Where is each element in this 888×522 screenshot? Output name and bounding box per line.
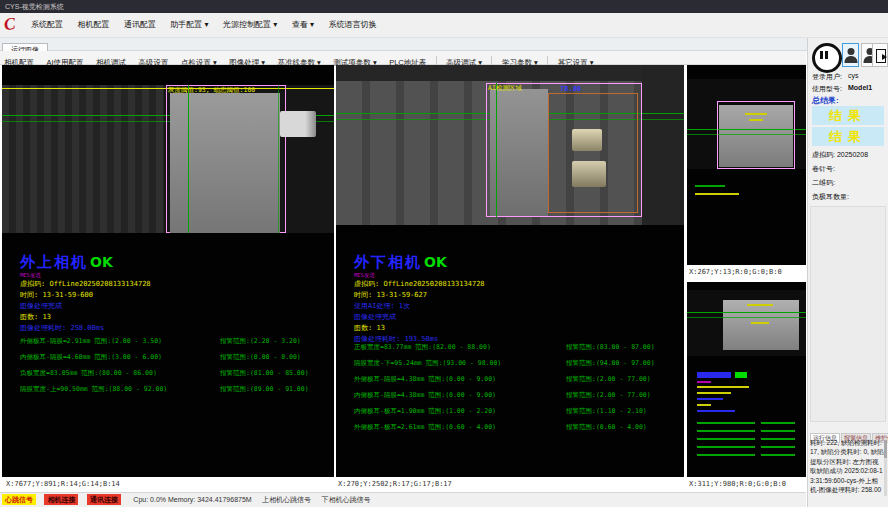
mini-annotation bbox=[697, 392, 731, 394]
exit-door-icon bbox=[876, 49, 886, 63]
toolbar: 相机配置 AI使用配置 相机调试 高级设置 点检设置 ▾ 图像处理 ▾ 基准线参… bbox=[0, 51, 806, 65]
mini-annotation bbox=[697, 372, 731, 378]
bright-tab bbox=[572, 129, 602, 151]
mini-annotation bbox=[697, 398, 723, 400]
anode-tab-count-field: 负极耳数量: bbox=[812, 192, 849, 202]
camera-view-small-bottom[interactable] bbox=[687, 282, 806, 477]
pixel-readout-small-top: X:267;Y:13;R:0;G:0;B:0 bbox=[689, 268, 782, 276]
toolbar-divider bbox=[547, 56, 548, 65]
mes-status: MES发送 bbox=[354, 272, 680, 279]
mini-annotation bbox=[747, 304, 773, 306]
camera-view-lower-outer[interactable]: AI检测区域 78.80 外下相机OK MES发送 虚拟码: OffLine20… bbox=[336, 65, 684, 477]
needle-number-field: 卷针号: bbox=[812, 164, 835, 174]
lower-camera-heartbeat: 下相机心跳信号 bbox=[322, 493, 371, 506]
app-logo-icon bbox=[3, 13, 26, 38]
bright-tab bbox=[572, 161, 606, 187]
camera-title-line: 外下相机OK bbox=[354, 253, 680, 272]
total-result-label: 总结果: bbox=[812, 95, 839, 106]
camera-image-small-bottom bbox=[687, 290, 806, 356]
timestamp: 时间: 13-31-59-627 bbox=[354, 290, 680, 301]
menu-system-config[interactable]: 系统配置 bbox=[26, 13, 68, 37]
camera-connect-badge: 相机连接 bbox=[44, 494, 78, 505]
mini-annotation bbox=[697, 410, 735, 412]
model-label: 使用型号: bbox=[812, 84, 842, 94]
menu-camera-config[interactable]: 相机配置 bbox=[72, 13, 114, 37]
measure-line bbox=[687, 312, 806, 313]
camera-image-middle: AI检测区域 78.80 bbox=[336, 65, 684, 225]
toolbar-divider bbox=[436, 56, 437, 65]
menu-light-config[interactable]: 光源控制配置 ▾ bbox=[218, 13, 282, 37]
process-done: 图像处理完成 bbox=[354, 312, 680, 323]
measure-line bbox=[687, 317, 806, 318]
timestamp: 时间: 13-31-59-600 bbox=[20, 290, 332, 301]
mini-annotation bbox=[697, 438, 755, 440]
exit-button[interactable] bbox=[872, 43, 888, 67]
mini-annotation bbox=[695, 185, 725, 187]
mini-annotation bbox=[761, 430, 795, 432]
threshold-label: 灰度阈值:93, 动态阈值:100 bbox=[168, 86, 255, 95]
mini-annotation bbox=[761, 446, 795, 448]
menu-items: 系统配置 相机配置 通讯配置 助手配置 ▾ 光源控制配置 ▾ 查看 ▾ 系统语言… bbox=[26, 13, 381, 37]
edge-line bbox=[188, 85, 189, 233]
pixel-readout-middle: X:270;Y:2502;R:17;G:17;B:17 bbox=[338, 480, 452, 488]
menu-view[interactable]: 查看 ▾ bbox=[287, 13, 319, 37]
virtual-code: 虚拟码: OffLine20250208133134728 bbox=[354, 279, 680, 290]
mes-status: MES发送 bbox=[20, 272, 332, 279]
tab-row: 运行图像 bbox=[0, 38, 888, 51]
ai-region-label: AI检测区域 bbox=[488, 84, 522, 93]
log-scrollbar[interactable] bbox=[884, 438, 887, 496]
mini-annotation bbox=[697, 454, 755, 456]
ai-usage: 使用AI处理: 1次 bbox=[354, 301, 680, 312]
edge-line bbox=[278, 85, 279, 233]
camera-view-upper-outer[interactable]: 灰度阈值:93, 动态阈值:100 外上相机OK MES发送 虚拟码: OffL… bbox=[2, 65, 334, 477]
camera-title: 外下相机 bbox=[354, 253, 422, 271]
roi-rect bbox=[717, 101, 795, 169]
camera-image-left: 灰度阈值:93, 动态阈值:100 bbox=[2, 85, 334, 233]
mini-annotation bbox=[697, 404, 711, 406]
camera-image-small-top bbox=[687, 79, 806, 169]
toolbar-divider bbox=[491, 56, 492, 65]
machinery-texture bbox=[2, 85, 164, 233]
log-tabs: 运行信息报警信息维护信息 bbox=[810, 426, 888, 436]
mini-annotation bbox=[735, 372, 747, 378]
login-user-label: 登录用户: bbox=[812, 72, 842, 82]
mini-annotation bbox=[751, 322, 769, 324]
pixel-readout-left: X:7677;Y:891;R:14;G:14;B:14 bbox=[6, 480, 120, 488]
result-text-block: 外上相机OK MES发送 虚拟码: OffLine202502081331347… bbox=[20, 253, 332, 334]
ok-status: OK bbox=[90, 254, 113, 270]
mini-result-text-block bbox=[697, 372, 801, 472]
mini-annotation bbox=[761, 438, 795, 440]
menu-comm-config[interactable]: 通讯配置 bbox=[119, 13, 161, 37]
mini-annotation bbox=[761, 454, 795, 456]
log-text[interactable]: 耗时: 222, 缺陷检测耗时: 17, 缺陷分类耗时: 0, 缺陷提取分区耗时… bbox=[810, 438, 884, 496]
machinery-shadow bbox=[642, 65, 684, 225]
mini-annotation bbox=[697, 446, 755, 448]
info-panel-spacer bbox=[810, 206, 886, 422]
ok-status: OK bbox=[424, 254, 447, 270]
comm-connect-badge: 通讯连接 bbox=[87, 494, 121, 505]
mini-annotation bbox=[697, 430, 755, 432]
status-bar: 心跳信号 相机连接 通讯连接 Cpu: 0.0% Memory: 3424.41… bbox=[0, 492, 806, 507]
heartbeat-status-badge: 心跳信号 bbox=[2, 494, 36, 505]
mini-annotation bbox=[745, 113, 767, 115]
mini-annotation bbox=[761, 422, 795, 424]
camera-view-small-top[interactable] bbox=[687, 65, 806, 265]
mini-annotation bbox=[697, 422, 755, 424]
mini-annotation bbox=[695, 193, 739, 195]
edge-line bbox=[496, 83, 497, 217]
qr-code-field: 二维码: bbox=[812, 178, 835, 188]
menu-assist-config[interactable]: 助手配置 ▾ bbox=[165, 13, 213, 37]
menu-language-switch[interactable]: 系统语言切换 bbox=[323, 13, 381, 37]
person-icon bbox=[847, 48, 854, 55]
camera-title: 外上相机 bbox=[20, 253, 88, 271]
login-user-value: cys bbox=[848, 72, 859, 79]
upper-camera-heartbeat: 上相机心跳信号 bbox=[262, 493, 311, 506]
window-title: CYS-视觉检测系统 bbox=[5, 3, 64, 10]
pause-button[interactable] bbox=[812, 43, 842, 73]
operator-mode-button[interactable] bbox=[842, 43, 859, 67]
connector-part bbox=[280, 111, 316, 137]
title-bar: CYS-视觉检测系统 bbox=[0, 0, 888, 13]
result-display-2: 结果 bbox=[812, 127, 884, 146]
frame-count: 图数: 13 bbox=[20, 312, 332, 323]
process-elapsed: 图像处理耗时: 258.00ms bbox=[20, 323, 332, 334]
